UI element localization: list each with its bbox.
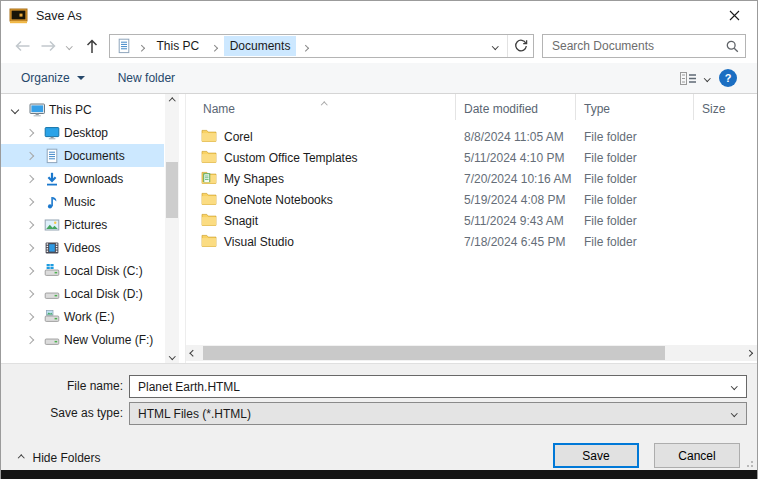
navigation-bar: This PC Documents (1, 30, 757, 63)
folder-icon (201, 192, 217, 208)
file-name: Custom Office Templates (224, 151, 358, 165)
hide-folders-label: Hide Folders (33, 451, 101, 465)
sidebar-item-label: Local Disk (D:) (64, 287, 143, 301)
address-bar[interactable]: This PC Documents (109, 34, 534, 58)
sidebar-item-work-e[interactable]: Work (E:) (1, 305, 164, 328)
chevron-collapsed-icon[interactable] (26, 174, 34, 182)
dialog-body: This PC Desktop (1, 94, 757, 363)
sidebar-item-music[interactable]: Music (1, 190, 164, 213)
file-type: File folder (576, 172, 694, 186)
sidebar-item-local-disk-d[interactable]: Local Disk (D:) (1, 282, 164, 305)
sidebar-item-label: Documents (64, 149, 125, 163)
scroll-right-button[interactable] (742, 345, 757, 361)
breadcrumb-separator-icon (212, 39, 217, 53)
file-name: Corel (224, 130, 253, 144)
file-list-horizontal-scrollbar[interactable] (186, 345, 757, 361)
help-button[interactable]: ? (719, 69, 737, 87)
sidebar-item-documents[interactable]: Documents (1, 144, 164, 167)
scroll-down-button[interactable] (165, 349, 179, 363)
scrollbar-thumb[interactable] (203, 346, 665, 360)
close-button[interactable] (712, 1, 757, 30)
chevron-collapsed-icon[interactable] (26, 243, 34, 251)
file-date: 8/8/2024 11:05 AM (456, 130, 576, 144)
chevron-collapsed-icon[interactable] (26, 266, 34, 274)
column-header-type[interactable]: Type (576, 94, 694, 120)
change-view-button[interactable] (680, 72, 710, 85)
save-as-type-dropdown-button[interactable] (722, 411, 746, 416)
file-name: OneNote Notebooks (224, 193, 333, 207)
scrollbar-thumb[interactable] (166, 162, 178, 218)
save-as-type-combo[interactable]: HTML Files (*.HTML) (129, 402, 747, 425)
sidebar-item-downloads[interactable]: Downloads (1, 167, 164, 190)
hide-folders-button[interactable]: Hide Folders (19, 451, 101, 465)
documents-icon (44, 148, 64, 164)
forward-button[interactable] (35, 34, 61, 58)
file-row-visual-studio[interactable]: Visual Studio 7/18/2024 6:45 PM File fol… (188, 231, 757, 252)
address-dropdown-button[interactable] (483, 35, 507, 57)
column-header-size[interactable]: Size (694, 94, 752, 120)
organize-button[interactable]: Organize (21, 71, 85, 85)
file-name-dropdown-button[interactable] (722, 384, 746, 389)
sidebar-item-desktop[interactable]: Desktop (1, 121, 164, 144)
file-name: Snagit (224, 214, 258, 228)
recent-locations-button[interactable] (61, 34, 77, 58)
save-as-type-label: Save as type: (1, 402, 123, 425)
sidebar-item-videos[interactable]: Videos (1, 236, 164, 259)
file-name: Visual Studio (224, 235, 294, 249)
column-headers: Name Date modified Type Size (188, 94, 757, 120)
chevron-collapsed-icon[interactable] (26, 289, 34, 297)
file-row-my-shapes[interactable]: My Shapes 7/20/2024 10:16 AM File folder (188, 168, 757, 189)
up-button[interactable] (79, 34, 105, 58)
column-header-name[interactable]: Name (188, 94, 456, 120)
resize-grip[interactable] (745, 459, 753, 467)
this-pc-icon (29, 102, 49, 118)
file-date: 7/20/2024 10:16 AM (456, 172, 576, 186)
file-name: My Shapes (224, 172, 284, 186)
sidebar-item-local-disk-c[interactable]: Local Disk (C:) (1, 259, 164, 282)
new-folder-button[interactable]: New folder (118, 71, 175, 85)
chevron-down-icon (77, 76, 85, 80)
navigation-pane: This PC Desktop (1, 94, 183, 363)
chevron-collapsed-icon[interactable] (26, 220, 34, 228)
save-button[interactable]: Save (553, 443, 639, 468)
chevron-expanded-icon[interactable] (11, 105, 19, 113)
column-header-date-modified[interactable]: Date modified (456, 94, 576, 120)
search-box[interactable] (542, 34, 746, 58)
file-name-label: File name: (1, 375, 123, 398)
scroll-left-button[interactable] (186, 345, 201, 361)
refresh-button[interactable] (507, 35, 533, 57)
file-row-corel[interactable]: Corel 8/8/2024 11:05 AM File folder (188, 126, 757, 147)
command-bar: Organize New folder ? (1, 63, 757, 94)
drive-icon (44, 286, 64, 302)
file-row-snagit[interactable]: Snagit 5/11/2024 9:43 AM File folder (188, 210, 757, 231)
breadcrumb-separator-icon (139, 39, 144, 53)
chevron-collapsed-icon[interactable] (26, 128, 34, 136)
file-row-custom-office-templates[interactable]: Custom Office Templates 5/11/2024 4:10 P… (188, 147, 757, 168)
file-list: Name Date modified Type Size Corel (185, 94, 757, 363)
sidebar-item-new-volume-f[interactable]: New Volume (F:) (1, 328, 164, 351)
scroll-up-button[interactable] (165, 94, 179, 108)
file-name-input[interactable] (130, 380, 722, 394)
sidebar-item-pictures[interactable]: Pictures (1, 213, 164, 236)
chevron-collapsed-icon[interactable] (26, 151, 34, 159)
sidebar-item-label: New Volume (F:) (64, 333, 153, 347)
file-type: File folder (576, 193, 694, 207)
chevron-collapsed-icon[interactable] (26, 312, 34, 320)
forward-arrow-icon (40, 40, 57, 52)
search-input[interactable] (543, 39, 719, 53)
sidebar-item-label: Local Disk (C:) (64, 264, 143, 278)
chevron-collapsed-icon[interactable] (26, 197, 34, 205)
file-row-onenote-notebooks[interactable]: OneNote Notebooks 5/19/2024 4:08 PM File… (188, 189, 757, 210)
sidebar-item-this-pc[interactable]: This PC (1, 98, 164, 121)
back-button[interactable] (9, 34, 35, 58)
cancel-button[interactable]: Cancel (654, 443, 740, 468)
up-arrow-icon (86, 38, 98, 54)
sidebar-item-label: Pictures (64, 218, 107, 232)
breadcrumb-this-pc[interactable]: This PC (151, 36, 206, 56)
breadcrumb-documents[interactable]: Documents (224, 36, 297, 56)
media-drive-icon (44, 309, 64, 325)
file-name-combo[interactable] (129, 375, 747, 398)
chevron-collapsed-icon[interactable] (26, 335, 34, 343)
sidebar-scrollbar[interactable] (165, 94, 179, 363)
sidebar-item-label: This PC (49, 103, 92, 117)
